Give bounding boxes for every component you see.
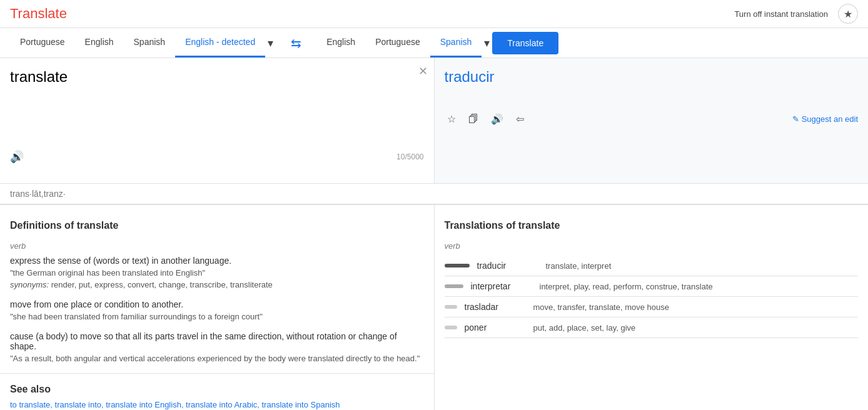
translation-row-3: trasladar move, transfer, translate, mov…	[445, 297, 859, 318]
definition-text-3: cause (a body) to move so that all its p…	[10, 331, 424, 351]
source-audio-button[interactable]: 🔊	[10, 150, 24, 164]
frequency-bar-2	[445, 284, 463, 288]
swap-languages-button[interactable]: ⇆	[286, 31, 306, 56]
frequency-bar-3	[445, 305, 457, 309]
trans-word-4: poner	[465, 322, 533, 332]
see-also-section: See also to translate, translate into, t…	[0, 374, 434, 410]
definition-text-1: express the sense of (words or text) in …	[10, 256, 424, 266]
copy-button[interactable]: 🗍	[466, 111, 481, 128]
translation-row-2: interpretar interpret, play, read, perfo…	[445, 276, 859, 297]
see-also-title: See also	[10, 384, 424, 395]
clear-button[interactable]: ✕	[418, 64, 428, 78]
source-footer: 🔊 10/5000	[10, 150, 424, 164]
translation-row-4: poner put, add, place, set, lay, give	[445, 318, 859, 338]
definition-item-1: express the sense of (words or text) in …	[0, 256, 434, 289]
source-panel: ✕ translate 🔊 10/5000	[0, 58, 435, 183]
source-lang-tab-english-detected[interactable]: English - detected	[175, 28, 265, 58]
share-button[interactable]: ⇦	[513, 111, 527, 128]
app-title[interactable]: Translate	[10, 6, 67, 22]
synonyms-1: synonyms: render, put, express, convert,…	[10, 280, 424, 289]
translations-title: Translations of translate	[435, 205, 869, 231]
see-also-links: to translate, translate into, translate …	[10, 400, 424, 409]
language-bar: Portuguese English Spanish English - det…	[0, 28, 868, 58]
frequency-bar-1	[445, 264, 470, 268]
frequency-bar-4	[445, 326, 457, 329]
swap-icon: ⇆	[291, 36, 301, 51]
definitions-section: Definitions of translate verb express th…	[0, 205, 435, 410]
translate-button[interactable]: Translate	[492, 32, 558, 54]
translated-text: traducir	[445, 68, 859, 86]
turn-off-instant-translation-button[interactable]: Turn off instant translation	[729, 7, 833, 21]
definition-item-2: move from one place or condition to anot…	[0, 299, 434, 321]
target-panel: traducir ☆ 🗍 🔊 ⇦ ✎ Suggest an edit	[435, 58, 869, 183]
bottom-area: Definitions of translate verb express th…	[0, 205, 868, 410]
target-lang-tab-english[interactable]: English	[316, 28, 365, 58]
source-lang-tabs: Portuguese English Spanish English - det…	[10, 28, 276, 58]
translations-pos: verb	[435, 241, 869, 251]
star-icon: ★	[844, 8, 852, 20]
source-lang-tab-portuguese[interactable]: Portuguese	[10, 28, 75, 58]
target-lang-tab-spanish[interactable]: Spanish	[430, 28, 482, 58]
source-lang-tab-spanish[interactable]: Spanish	[124, 28, 176, 58]
definitions-pos: verb	[0, 241, 434, 251]
trans-word-1: traducir	[477, 261, 546, 271]
trans-meanings-1: translate, interpret	[546, 261, 612, 271]
definition-item-3: cause (a body) to move so that all its p…	[0, 331, 434, 363]
pencil-icon: ✎	[792, 114, 799, 124]
translations-section: Translations of translate verb traducir …	[435, 205, 869, 410]
translation-area: ✕ translate 🔊 10/5000 traducir ☆ 🗍 🔊 ⇦ ✎…	[0, 58, 868, 183]
pronunciation: trans·lāt,tranz·	[0, 184, 868, 204]
char-count: 10/5000	[396, 152, 423, 161]
source-lang-tab-english[interactable]: English	[75, 28, 124, 58]
translation-row-1: traducir translate, interpret	[445, 256, 859, 276]
star-button[interactable]: ★	[838, 4, 858, 24]
trans-word-3: trasladar	[465, 302, 533, 312]
trans-meanings-4: put, add, place, set, lay, give	[533, 323, 636, 332]
trans-meanings-2: interpret, play, read, perform, construe…	[540, 282, 713, 291]
translations-table: traducir translate, interpret interpreta…	[435, 256, 869, 338]
target-lang-more-button[interactable]: ▾	[482, 30, 492, 56]
target-actions: ☆ 🗍 🔊 ⇦ ✎ Suggest an edit	[445, 111, 859, 128]
trans-word-2: interpretar	[471, 281, 540, 291]
suggest-edit-button[interactable]: ✎ Suggest an edit	[792, 114, 858, 124]
example-text-3: "As a result, both angular and vertical …	[10, 354, 424, 363]
trans-meanings-3: move, transfer, translate, move house	[533, 302, 670, 312]
source-textarea[interactable]: translate	[10, 68, 424, 143]
source-lang-more-button[interactable]: ▾	[265, 30, 276, 56]
example-text-2: "she had been translated from familiar s…	[10, 312, 424, 321]
top-right: Turn off instant translation ★	[729, 4, 858, 24]
example-text-1: "the German original has been translated…	[10, 268, 424, 278]
target-audio-button[interactable]: 🔊	[488, 111, 506, 128]
definition-text-2: move from one place or condition to anot…	[10, 299, 424, 309]
target-action-buttons: ☆ 🗍 🔊 ⇦	[445, 111, 527, 128]
definitions-title: Definitions of translate	[0, 205, 434, 231]
target-lang-tab-portuguese[interactable]: Portuguese	[365, 28, 430, 58]
target-lang-tabs: English Portuguese Spanish ▾	[316, 28, 492, 58]
favorite-button[interactable]: ☆	[445, 111, 458, 128]
top-bar: Translate Turn off instant translation ★	[0, 0, 868, 28]
